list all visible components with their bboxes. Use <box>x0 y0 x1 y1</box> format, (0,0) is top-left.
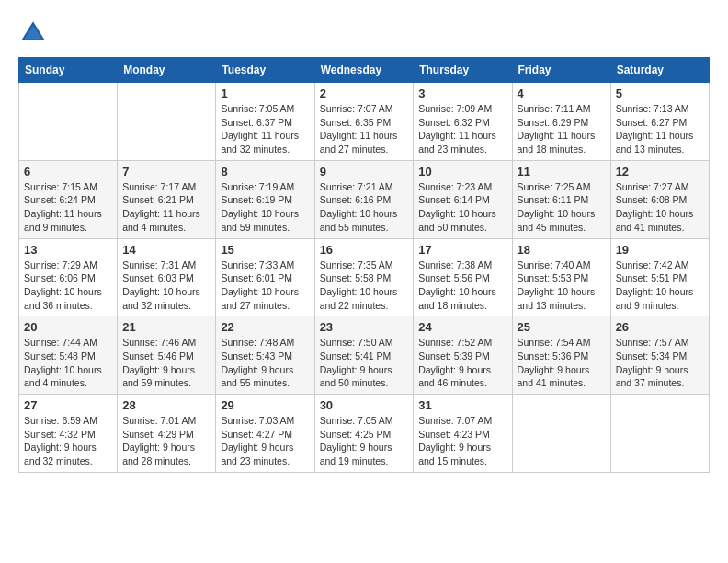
calendar-cell: 9Sunrise: 7:21 AM Sunset: 6:16 PM Daylig… <box>314 160 414 238</box>
day-number: 3 <box>418 86 506 100</box>
day-info: Sunrise: 7:50 AM Sunset: 5:41 PM Dayligh… <box>320 336 409 390</box>
day-number: 10 <box>418 165 506 178</box>
weekday-header-tuesday: Tuesday <box>216 58 314 83</box>
day-info: Sunrise: 7:05 AM Sunset: 6:37 PM Dayligh… <box>221 102 309 156</box>
day-number: 6 <box>24 165 112 178</box>
day-number: 7 <box>122 165 210 178</box>
logo-icon <box>18 18 48 48</box>
calendar-cell: 25Sunrise: 7:54 AM Sunset: 5:36 PM Dayli… <box>512 316 610 395</box>
week-row-5: 27Sunrise: 6:59 AM Sunset: 4:32 PM Dayli… <box>19 395 710 473</box>
day-info: Sunrise: 7:31 AM Sunset: 6:03 PM Dayligh… <box>122 259 210 313</box>
day-number: 30 <box>320 398 409 412</box>
calendar-cell: 12Sunrise: 7:27 AM Sunset: 6:08 PM Dayli… <box>610 160 709 238</box>
calendar-cell: 24Sunrise: 7:52 AM Sunset: 5:39 PM Dayli… <box>414 316 512 395</box>
calendar-cell: 5Sunrise: 7:13 AM Sunset: 6:27 PM Daylig… <box>610 83 709 161</box>
day-info: Sunrise: 7:01 AM Sunset: 4:29 PM Dayligh… <box>122 414 210 468</box>
day-info: Sunrise: 7:19 AM Sunset: 6:19 PM Dayligh… <box>221 180 309 235</box>
day-number: 8 <box>221 165 309 178</box>
day-number: 31 <box>418 398 506 412</box>
calendar-cell: 4Sunrise: 7:11 AM Sunset: 6:29 PM Daylig… <box>512 83 610 161</box>
day-info: Sunrise: 7:03 AM Sunset: 4:27 PM Dayligh… <box>221 414 309 468</box>
calendar-cell: 29Sunrise: 7:03 AM Sunset: 4:27 PM Dayli… <box>216 395 314 473</box>
day-info: Sunrise: 7:40 AM Sunset: 5:53 PM Dayligh… <box>518 259 606 313</box>
day-info: Sunrise: 7:11 AM Sunset: 6:29 PM Dayligh… <box>518 102 606 156</box>
calendar-cell <box>19 83 118 161</box>
day-number: 25 <box>518 320 606 334</box>
weekday-header-monday: Monday <box>118 58 216 83</box>
day-info: Sunrise: 7:33 AM Sunset: 6:01 PM Dayligh… <box>221 259 309 313</box>
weekday-header-friday: Friday <box>512 58 610 83</box>
calendar-cell: 26Sunrise: 7:57 AM Sunset: 5:34 PM Dayli… <box>610 316 709 395</box>
day-info: Sunrise: 7:25 AM Sunset: 6:11 PM Dayligh… <box>518 180 606 235</box>
week-row-4: 20Sunrise: 7:44 AM Sunset: 5:48 PM Dayli… <box>19 316 710 395</box>
weekday-header-wednesday: Wednesday <box>314 58 414 83</box>
day-info: Sunrise: 7:15 AM Sunset: 6:24 PM Dayligh… <box>24 180 112 235</box>
day-info: Sunrise: 7:54 AM Sunset: 5:36 PM Dayligh… <box>518 336 606 390</box>
calendar-cell: 17Sunrise: 7:38 AM Sunset: 5:56 PM Dayli… <box>414 238 512 316</box>
day-info: Sunrise: 7:29 AM Sunset: 6:06 PM Dayligh… <box>24 259 112 313</box>
calendar-cell: 19Sunrise: 7:42 AM Sunset: 5:51 PM Dayli… <box>610 238 709 316</box>
calendar-cell: 31Sunrise: 7:07 AM Sunset: 4:23 PM Dayli… <box>414 395 512 473</box>
day-number: 4 <box>518 86 606 100</box>
calendar-cell: 11Sunrise: 7:25 AM Sunset: 6:11 PM Dayli… <box>512 160 610 238</box>
day-info: Sunrise: 7:21 AM Sunset: 6:16 PM Dayligh… <box>320 180 409 235</box>
day-info: Sunrise: 7:23 AM Sunset: 6:14 PM Dayligh… <box>418 180 506 235</box>
day-info: Sunrise: 7:38 AM Sunset: 5:56 PM Dayligh… <box>418 259 506 313</box>
day-info: Sunrise: 7:27 AM Sunset: 6:08 PM Dayligh… <box>616 180 704 235</box>
day-number: 18 <box>518 243 606 257</box>
weekday-header-sunday: Sunday <box>19 58 118 83</box>
calendar-cell: 1Sunrise: 7:05 AM Sunset: 6:37 PM Daylig… <box>216 83 314 161</box>
day-number: 20 <box>24 320 112 334</box>
day-info: Sunrise: 7:35 AM Sunset: 5:58 PM Dayligh… <box>320 259 409 313</box>
day-info: Sunrise: 7:17 AM Sunset: 6:21 PM Dayligh… <box>122 180 210 235</box>
day-number: 16 <box>320 243 409 257</box>
day-info: Sunrise: 6:59 AM Sunset: 4:32 PM Dayligh… <box>24 414 112 468</box>
calendar-cell <box>610 395 709 473</box>
day-number: 9 <box>320 165 409 178</box>
day-info: Sunrise: 7:57 AM Sunset: 5:34 PM Dayligh… <box>616 336 704 390</box>
calendar-cell <box>118 83 216 161</box>
weekday-header-saturday: Saturday <box>610 58 709 83</box>
day-info: Sunrise: 7:46 AM Sunset: 5:46 PM Dayligh… <box>122 336 210 390</box>
calendar-cell: 6Sunrise: 7:15 AM Sunset: 6:24 PM Daylig… <box>19 160 118 238</box>
day-number: 13 <box>24 243 112 257</box>
day-info: Sunrise: 7:48 AM Sunset: 5:43 PM Dayligh… <box>221 336 309 390</box>
calendar-cell: 7Sunrise: 7:17 AM Sunset: 6:21 PM Daylig… <box>118 160 216 238</box>
day-number: 17 <box>418 243 506 257</box>
weekday-header-row: SundayMondayTuesdayWednesdayThursdayFrid… <box>19 58 710 83</box>
day-number: 28 <box>122 398 210 412</box>
day-number: 12 <box>616 165 704 178</box>
day-number: 14 <box>122 243 210 257</box>
calendar-cell: 18Sunrise: 7:40 AM Sunset: 5:53 PM Dayli… <box>512 238 610 316</box>
day-info: Sunrise: 7:07 AM Sunset: 4:23 PM Dayligh… <box>418 414 506 468</box>
day-number: 21 <box>122 320 210 334</box>
calendar-cell: 27Sunrise: 6:59 AM Sunset: 4:32 PM Dayli… <box>19 395 118 473</box>
calendar-cell: 15Sunrise: 7:33 AM Sunset: 6:01 PM Dayli… <box>216 238 314 316</box>
calendar-cell: 2Sunrise: 7:07 AM Sunset: 6:35 PM Daylig… <box>314 83 414 161</box>
calendar-cell: 13Sunrise: 7:29 AM Sunset: 6:06 PM Dayli… <box>19 238 118 316</box>
calendar-cell: 10Sunrise: 7:23 AM Sunset: 6:14 PM Dayli… <box>414 160 512 238</box>
day-number: 1 <box>221 86 309 100</box>
day-number: 23 <box>320 320 409 334</box>
week-row-3: 13Sunrise: 7:29 AM Sunset: 6:06 PM Dayli… <box>19 238 710 316</box>
day-number: 19 <box>616 243 704 257</box>
day-number: 15 <box>221 243 309 257</box>
day-number: 11 <box>518 165 606 178</box>
day-number: 22 <box>221 320 309 334</box>
day-number: 24 <box>418 320 506 334</box>
logo <box>18 18 51 48</box>
day-info: Sunrise: 7:05 AM Sunset: 4:25 PM Dayligh… <box>320 414 409 468</box>
calendar-cell: 20Sunrise: 7:44 AM Sunset: 5:48 PM Dayli… <box>19 316 118 395</box>
day-number: 27 <box>24 398 112 412</box>
calendar-cell: 23Sunrise: 7:50 AM Sunset: 5:41 PM Dayli… <box>314 316 414 395</box>
day-number: 29 <box>221 398 309 412</box>
calendar-cell: 21Sunrise: 7:46 AM Sunset: 5:46 PM Dayli… <box>118 316 216 395</box>
day-number: 26 <box>616 320 704 334</box>
day-number: 5 <box>616 86 704 100</box>
day-info: Sunrise: 7:07 AM Sunset: 6:35 PM Dayligh… <box>320 102 409 156</box>
calendar-cell: 30Sunrise: 7:05 AM Sunset: 4:25 PM Dayli… <box>314 395 414 473</box>
day-number: 2 <box>320 86 409 100</box>
day-info: Sunrise: 7:52 AM Sunset: 5:39 PM Dayligh… <box>418 336 506 390</box>
calendar-cell: 16Sunrise: 7:35 AM Sunset: 5:58 PM Dayli… <box>314 238 414 316</box>
calendar-cell <box>512 395 610 473</box>
